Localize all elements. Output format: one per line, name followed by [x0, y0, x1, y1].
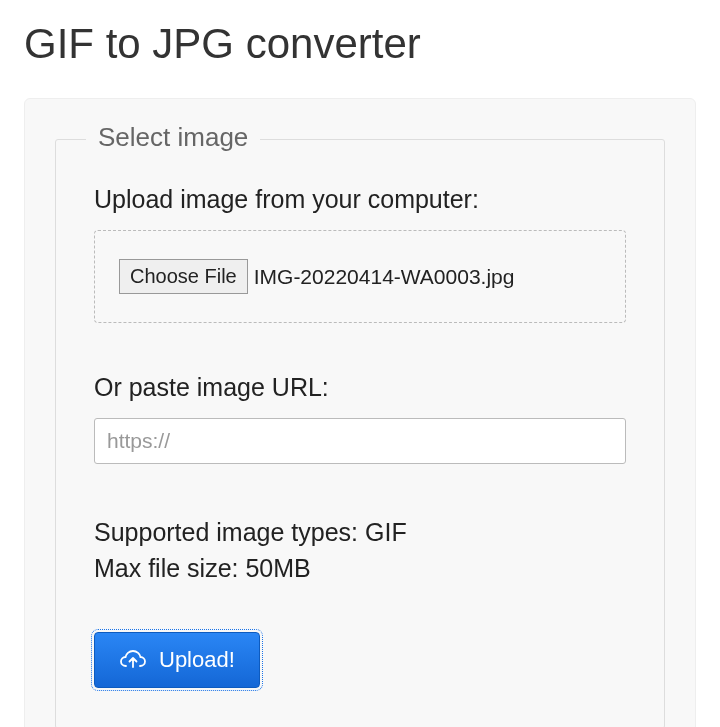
file-drop-zone[interactable]: Choose File IMG-20220414-WA0003.jpg: [94, 230, 626, 323]
fieldset-legend: Select image: [86, 122, 260, 153]
select-image-fieldset: Select image Upload image from your comp…: [55, 139, 665, 727]
cloud-upload-icon: [119, 649, 147, 671]
paste-url-label: Or paste image URL:: [94, 373, 626, 402]
supported-types-text: Supported image types: GIF: [94, 514, 626, 550]
main-panel: Select image Upload image from your comp…: [24, 98, 696, 727]
max-file-size-text: Max file size: 50MB: [94, 550, 626, 586]
choose-file-button[interactable]: Choose File: [119, 259, 248, 294]
upload-button[interactable]: Upload!: [94, 632, 260, 688]
page-title: GIF to JPG converter: [0, 0, 720, 98]
upload-from-computer-label: Upload image from your computer:: [94, 185, 626, 214]
image-url-input[interactable]: [94, 418, 626, 464]
file-info-text: Supported image types: GIF Max file size…: [94, 514, 626, 587]
selected-file-name: IMG-20220414-WA0003.jpg: [254, 265, 515, 289]
upload-button-label: Upload!: [159, 647, 235, 673]
